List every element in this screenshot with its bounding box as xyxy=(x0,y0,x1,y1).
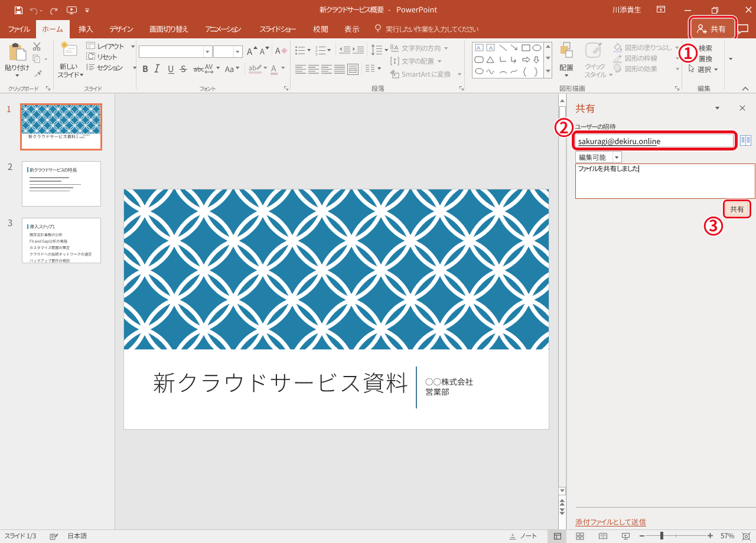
svg-text:A: A xyxy=(489,45,493,51)
svg-text:A: A xyxy=(477,45,480,51)
